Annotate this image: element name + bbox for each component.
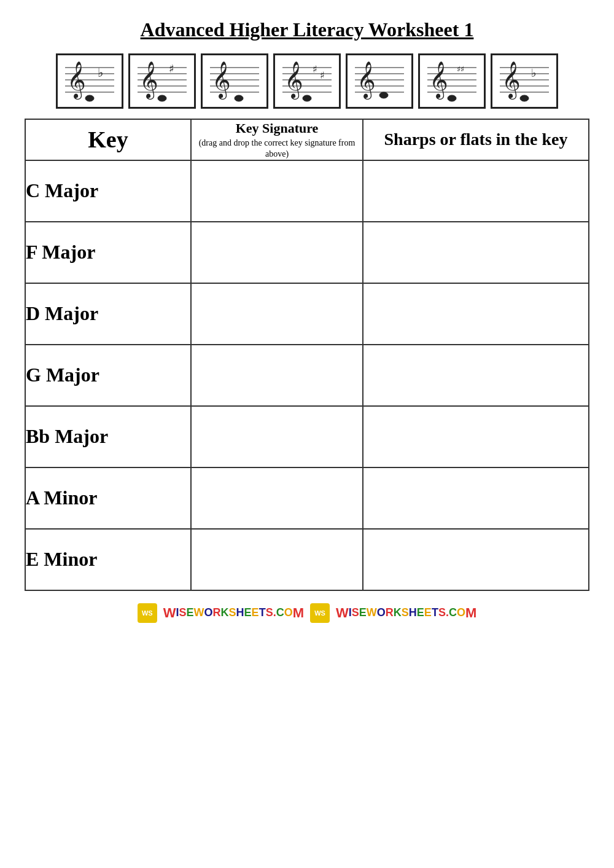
main-table: Key Key Signature (drag and drop the cor… (25, 119, 589, 591)
svg-text:𝄞: 𝄞 (212, 61, 231, 100)
table-row: D Major (25, 283, 589, 345)
page-title: Advanced Higher Literacy Worksheet 1 (141, 18, 474, 41)
table-row: G Major (25, 345, 589, 406)
col-keysig-header: Key Signature (drag and drop the correct… (191, 119, 363, 160)
svg-point-7 (85, 95, 94, 101)
key-cell: G Major (25, 345, 191, 406)
keysig-drop-cell[interactable] (191, 283, 363, 345)
keysig-drop-cell[interactable] (191, 406, 363, 467)
table-row: F Major (25, 222, 589, 283)
key-cell: Bb Major (25, 406, 191, 467)
svg-text:♭: ♭ (531, 67, 536, 79)
key-sig-g-major[interactable]: 𝄞 ♯ (128, 53, 196, 109)
svg-point-22 (235, 95, 243, 101)
svg-point-46 (448, 95, 456, 101)
key-cell: E Minor (25, 529, 191, 590)
col-key-header: Key (25, 119, 191, 160)
svg-text:𝄞: 𝄞 (67, 61, 86, 100)
table-header-row: Key Key Signature (drag and drop the cor… (25, 119, 589, 160)
sharps-cell[interactable] (363, 345, 589, 406)
keysig-header-label: Key Signature (236, 120, 319, 136)
keysig-drop-cell[interactable] (191, 467, 363, 529)
sharps-cell[interactable] (363, 160, 589, 222)
sharps-cell[interactable] (363, 529, 589, 590)
svg-text:𝄞: 𝄞 (502, 61, 521, 100)
svg-text:𝄞: 𝄞 (284, 61, 303, 100)
key-sig-c-major[interactable]: 𝄞 (201, 53, 268, 109)
keysig-header-sublabel: (drag and drop the correct key signature… (192, 138, 362, 160)
keysig-drop-cell[interactable] (191, 345, 363, 406)
footer-logo-icon-2: WS (310, 603, 330, 623)
keysig-drop-cell[interactable] (191, 529, 363, 590)
key-cell: D Major (25, 283, 191, 345)
key-sig-d-major[interactable]: 𝄞 ♯ ♯ (273, 53, 341, 109)
svg-text:𝄞: 𝄞 (139, 61, 158, 100)
footer-logo-2: WS (310, 603, 330, 623)
key-cell: C Major (25, 160, 191, 222)
svg-point-31 (303, 95, 311, 101)
svg-text:♯: ♯ (169, 63, 174, 75)
key-cell: F Major (25, 222, 191, 283)
svg-text:𝄞: 𝄞 (429, 61, 448, 100)
svg-text:♯: ♯ (320, 70, 325, 80)
table-row: Bb Major (25, 406, 589, 467)
key-sig-a-major[interactable]: 𝄞 ♯♯ (418, 53, 486, 109)
svg-text:♭: ♭ (98, 66, 103, 79)
key-cell: A Minor (25, 467, 191, 529)
key-sig-bb-major[interactable]: 𝄞 ♭ (491, 53, 558, 109)
table-row: A Minor (25, 467, 589, 529)
footer-text-2: W I S E W O R K S H E E T S . C O M (336, 605, 476, 621)
key-sig-a-minor[interactable]: 𝄞 (346, 53, 413, 109)
sharps-cell[interactable] (363, 467, 589, 529)
table-row: C Major (25, 160, 589, 222)
sharps-cell[interactable] (363, 222, 589, 283)
sharps-cell[interactable] (363, 406, 589, 467)
svg-text:♯♯: ♯♯ (457, 65, 464, 74)
keysig-drop-cell[interactable] (191, 160, 363, 222)
footer: WS W I S E W O R K S H E E T S . C O M W… (138, 603, 477, 623)
svg-point-54 (520, 95, 529, 101)
sharps-cell[interactable] (363, 283, 589, 345)
svg-text:♯: ♯ (313, 64, 317, 74)
svg-point-38 (379, 92, 388, 98)
footer-text-1: W I S E W O R K S H E E T S . C O M (163, 605, 304, 621)
footer-logo-1: WS (138, 603, 157, 623)
footer-logo-icon-1: WS (138, 603, 157, 623)
table-row: E Minor (25, 529, 589, 590)
col-sharps-header: Sharps or flats in the key (363, 119, 589, 160)
key-signatures-row: 𝄞 ♭ 𝄞 ♯ 𝄞 (56, 53, 558, 109)
key-sig-f-major[interactable]: 𝄞 ♭ (56, 53, 123, 109)
svg-point-15 (158, 95, 166, 101)
keysig-drop-cell[interactable] (191, 222, 363, 283)
svg-text:𝄞: 𝄞 (357, 61, 376, 100)
